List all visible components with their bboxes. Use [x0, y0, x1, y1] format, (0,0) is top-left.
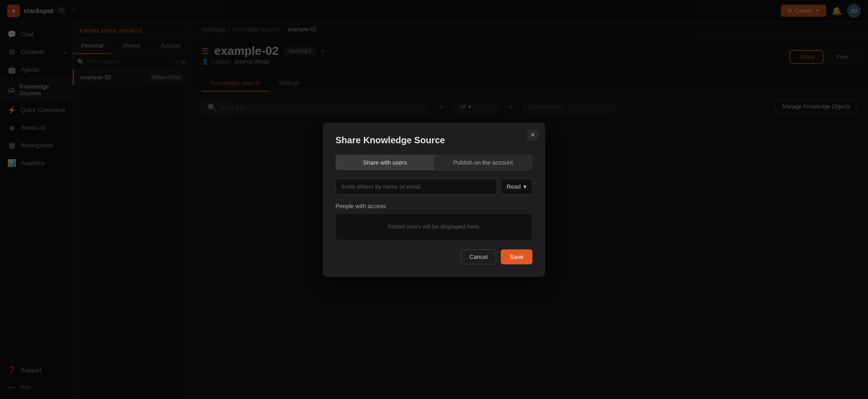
modal-overlay[interactable]: Share Knowledge Source ✕ Share with user… [0, 0, 868, 399]
modal-tab-share-users[interactable]: Share with users [336, 155, 434, 170]
modal-footer: Cancel Save [335, 249, 533, 264]
modal-tabs: Share with users Publish on the account [335, 155, 533, 170]
cancel-button[interactable]: Cancel [461, 249, 496, 264]
people-box-empty-text: Added users will be displayed here. [388, 223, 481, 230]
modal-close-button[interactable]: ✕ [527, 130, 538, 141]
people-with-access-label: People with access [335, 203, 533, 209]
invite-row: Read ▾ [335, 179, 533, 195]
read-permission-dropdown[interactable]: Read ▾ [501, 179, 533, 195]
save-button[interactable]: Save [501, 249, 533, 264]
modal-title: Share Knowledge Source [335, 135, 533, 146]
modal-tab-publish-account[interactable]: Publish on the account [434, 155, 532, 170]
invite-input[interactable] [335, 179, 497, 195]
share-modal: Share Knowledge Source ✕ Share with user… [323, 122, 545, 277]
read-chevron-icon: ▾ [523, 183, 527, 190]
people-box: Added users will be displayed here. [335, 213, 533, 240]
read-label: Read [507, 183, 521, 190]
